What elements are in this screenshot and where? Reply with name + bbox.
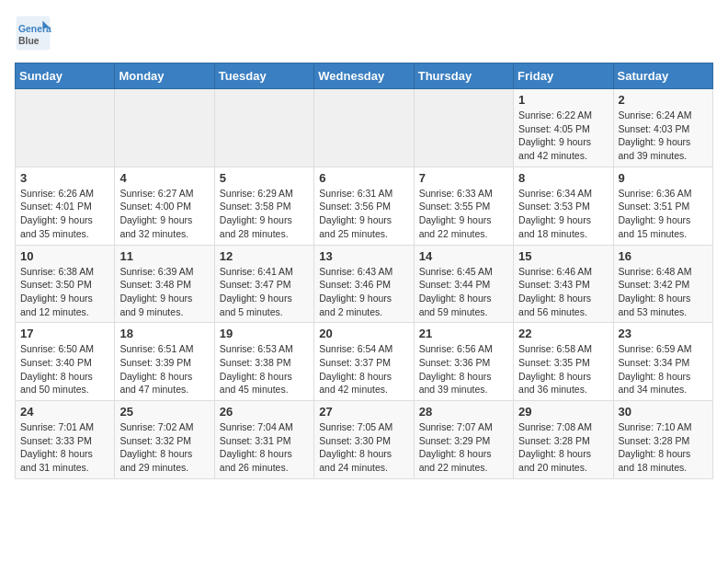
week-row-3: 10Sunrise: 6:38 AMSunset: 3:50 PMDayligh… (16, 245, 713, 323)
calendar-cell (414, 89, 513, 167)
svg-text:Blue: Blue (18, 36, 40, 46)
weekday-header-monday: Monday (115, 63, 214, 89)
day-info: Sunrise: 6:41 AMSunset: 3:47 PMDaylight:… (220, 265, 309, 319)
day-info: Sunrise: 7:01 AMSunset: 3:33 PMDaylight:… (20, 420, 109, 475)
calendar-cell: 12Sunrise: 6:41 AMSunset: 3:47 PMDayligh… (214, 245, 313, 323)
calendar-cell (115, 89, 214, 167)
calendar-cell: 2Sunrise: 6:24 AMSunset: 4:03 PMDaylight… (613, 89, 712, 167)
week-row-5: 24Sunrise: 7:01 AMSunset: 3:33 PMDayligh… (16, 401, 713, 479)
day-number: 5 (220, 171, 309, 185)
calendar-cell: 13Sunrise: 6:43 AMSunset: 3:46 PMDayligh… (314, 245, 414, 323)
calendar-cell: 11Sunrise: 6:39 AMSunset: 3:48 PMDayligh… (115, 245, 214, 323)
day-number: 14 (419, 249, 508, 263)
week-row-2: 3Sunrise: 6:26 AMSunset: 4:01 PMDaylight… (16, 167, 713, 245)
calendar-cell: 20Sunrise: 6:54 AMSunset: 3:37 PMDayligh… (314, 323, 414, 401)
day-number: 12 (220, 249, 309, 263)
calendar-cell: 6Sunrise: 6:31 AMSunset: 3:56 PMDaylight… (314, 167, 414, 245)
day-number: 13 (319, 249, 408, 263)
day-info: Sunrise: 6:27 AMSunset: 4:00 PMDaylight:… (119, 187, 209, 241)
calendar-cell (16, 89, 115, 167)
calendar-cell (314, 89, 414, 167)
calendar-cell: 10Sunrise: 6:38 AMSunset: 3:50 PMDayligh… (16, 245, 115, 323)
day-info: Sunrise: 6:54 AMSunset: 3:37 PMDaylight:… (319, 342, 408, 396)
calendar: SundayMondayTuesdayWednesdayThursdayFrid… (15, 63, 713, 479)
day-info: Sunrise: 6:34 AMSunset: 3:53 PMDaylight:… (518, 187, 608, 241)
calendar-cell: 4Sunrise: 6:27 AMSunset: 4:00 PMDaylight… (115, 167, 214, 245)
calendar-cell: 30Sunrise: 7:10 AMSunset: 3:28 PMDayligh… (613, 401, 712, 479)
day-number: 8 (518, 171, 608, 185)
day-number: 28 (419, 405, 508, 419)
day-number: 21 (419, 327, 508, 340)
calendar-cell: 24Sunrise: 7:01 AMSunset: 3:33 PMDayligh… (16, 401, 115, 479)
day-number: 24 (20, 405, 109, 419)
day-info: Sunrise: 6:26 AMSunset: 4:01 PMDaylight:… (20, 187, 109, 241)
day-number: 26 (220, 405, 309, 419)
day-number: 29 (518, 405, 608, 419)
day-number: 22 (518, 327, 608, 340)
day-info: Sunrise: 6:31 AMSunset: 3:56 PMDaylight:… (319, 187, 408, 241)
day-number: 19 (220, 327, 309, 340)
day-info: Sunrise: 6:46 AMSunset: 3:43 PMDaylight:… (518, 265, 608, 319)
day-info: Sunrise: 6:51 AMSunset: 3:39 PMDaylight:… (119, 342, 209, 396)
day-info: Sunrise: 6:50 AMSunset: 3:40 PMDaylight:… (20, 342, 109, 396)
calendar-cell: 16Sunrise: 6:48 AMSunset: 3:42 PMDayligh… (613, 245, 712, 323)
page-header: General Blue (15, 15, 713, 52)
weekday-header-tuesday: Tuesday (214, 63, 313, 89)
day-number: 27 (319, 405, 408, 419)
day-number: 17 (20, 327, 109, 340)
day-number: 18 (119, 327, 209, 340)
day-number: 11 (119, 249, 209, 263)
weekday-header-sunday: Sunday (16, 63, 115, 89)
day-info: Sunrise: 7:07 AMSunset: 3:29 PMDaylight:… (419, 420, 508, 475)
calendar-cell: 28Sunrise: 7:07 AMSunset: 3:29 PMDayligh… (414, 401, 513, 479)
day-info: Sunrise: 6:48 AMSunset: 3:42 PMDaylight:… (619, 265, 708, 319)
day-info: Sunrise: 6:24 AMSunset: 4:03 PMDaylight:… (619, 109, 708, 163)
week-row-1: 1Sunrise: 6:22 AMSunset: 4:05 PMDaylight… (16, 89, 713, 167)
calendar-cell: 14Sunrise: 6:45 AMSunset: 3:44 PMDayligh… (414, 245, 513, 323)
day-info: Sunrise: 6:59 AMSunset: 3:34 PMDaylight:… (619, 342, 708, 396)
logo-icon: General Blue (15, 15, 51, 52)
calendar-cell: 18Sunrise: 6:51 AMSunset: 3:39 PMDayligh… (115, 323, 214, 401)
calendar-cell: 26Sunrise: 7:04 AMSunset: 3:31 PMDayligh… (214, 401, 313, 479)
day-info: Sunrise: 6:43 AMSunset: 3:46 PMDaylight:… (319, 265, 408, 319)
weekday-header-thursday: Thursday (414, 63, 513, 89)
day-number: 6 (319, 171, 408, 185)
weekday-header-friday: Friday (514, 63, 613, 89)
calendar-cell: 15Sunrise: 6:46 AMSunset: 3:43 PMDayligh… (514, 245, 613, 323)
logo: General Blue (15, 15, 51, 52)
day-number: 30 (619, 405, 708, 419)
day-info: Sunrise: 6:39 AMSunset: 3:48 PMDaylight:… (119, 265, 209, 319)
day-info: Sunrise: 6:53 AMSunset: 3:38 PMDaylight:… (220, 342, 309, 396)
calendar-cell: 8Sunrise: 6:34 AMSunset: 3:53 PMDaylight… (514, 167, 613, 245)
day-number: 23 (619, 327, 708, 340)
day-number: 3 (20, 171, 109, 185)
day-info: Sunrise: 7:04 AMSunset: 3:31 PMDaylight:… (220, 420, 309, 475)
day-info: Sunrise: 6:45 AMSunset: 3:44 PMDaylight:… (419, 265, 508, 319)
weekday-header-wednesday: Wednesday (314, 63, 414, 89)
day-info: Sunrise: 6:22 AMSunset: 4:05 PMDaylight:… (518, 109, 608, 163)
calendar-cell: 7Sunrise: 6:33 AMSunset: 3:55 PMDaylight… (414, 167, 513, 245)
day-info: Sunrise: 7:08 AMSunset: 3:28 PMDaylight:… (518, 420, 608, 475)
day-info: Sunrise: 6:36 AMSunset: 3:51 PMDaylight:… (619, 187, 708, 241)
day-number: 10 (20, 249, 109, 263)
calendar-cell: 17Sunrise: 6:50 AMSunset: 3:40 PMDayligh… (16, 323, 115, 401)
day-info: Sunrise: 7:02 AMSunset: 3:32 PMDaylight:… (119, 420, 209, 475)
weekday-header-saturday: Saturday (613, 63, 712, 89)
day-number: 25 (119, 405, 209, 419)
weekday-header-row: SundayMondayTuesdayWednesdayThursdayFrid… (16, 63, 713, 89)
day-number: 15 (518, 249, 608, 263)
calendar-cell: 5Sunrise: 6:29 AMSunset: 3:58 PMDaylight… (214, 167, 313, 245)
calendar-cell: 19Sunrise: 6:53 AMSunset: 3:38 PMDayligh… (214, 323, 313, 401)
day-number: 16 (619, 249, 708, 263)
calendar-cell: 23Sunrise: 6:59 AMSunset: 3:34 PMDayligh… (613, 323, 712, 401)
calendar-cell: 1Sunrise: 6:22 AMSunset: 4:05 PMDaylight… (514, 89, 613, 167)
calendar-cell: 9Sunrise: 6:36 AMSunset: 3:51 PMDaylight… (613, 167, 712, 245)
calendar-cell: 22Sunrise: 6:58 AMSunset: 3:35 PMDayligh… (514, 323, 613, 401)
day-info: Sunrise: 6:33 AMSunset: 3:55 PMDaylight:… (419, 187, 508, 241)
week-row-4: 17Sunrise: 6:50 AMSunset: 3:40 PMDayligh… (16, 323, 713, 401)
day-info: Sunrise: 6:56 AMSunset: 3:36 PMDaylight:… (419, 342, 508, 396)
day-number: 1 (518, 93, 608, 107)
calendar-cell: 29Sunrise: 7:08 AMSunset: 3:28 PMDayligh… (514, 401, 613, 479)
day-info: Sunrise: 7:05 AMSunset: 3:30 PMDaylight:… (319, 420, 408, 475)
day-number: 7 (419, 171, 508, 185)
